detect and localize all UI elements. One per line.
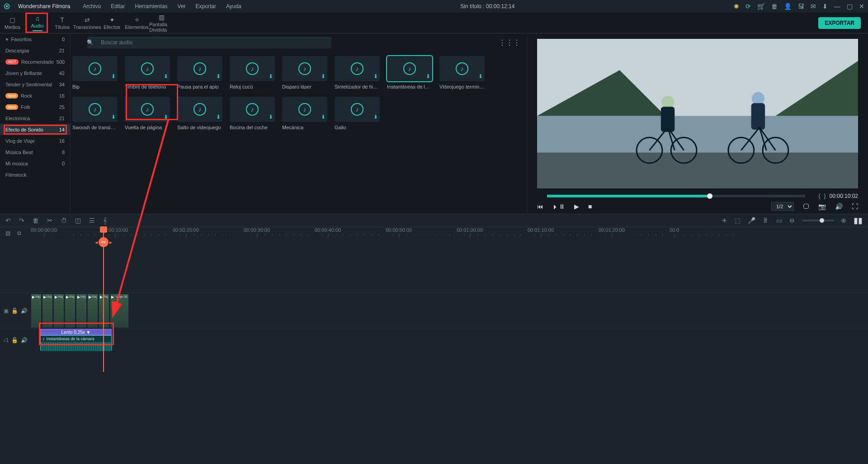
sidebar-item-joven[interactable]: Jóven y Brillante42 xyxy=(0,67,70,79)
render-icon[interactable]: ☀ xyxy=(722,217,727,224)
sidebar-item-efecto-de-sonido[interactable]: Efecto de Sonido14 xyxy=(0,124,70,135)
sidebar-item-descargas[interactable]: Descargas21 xyxy=(0,45,70,56)
cart-icon[interactable]: 🛒 xyxy=(757,3,765,10)
sidebar-item-musica-beat[interactable]: Música Beat8 xyxy=(0,146,70,158)
asset-item[interactable]: ♪⬇Gallo xyxy=(335,97,380,130)
asset-item[interactable]: ♪⬇Salto de videojuego xyxy=(177,97,222,130)
zoom-slider[interactable] xyxy=(802,220,834,221)
asset-item[interactable]: ♪⬇Timbre de teléfono xyxy=(125,56,170,89)
zoom-out-icon[interactable]: ⊖ xyxy=(789,217,795,224)
menu-ver[interactable]: Ver xyxy=(178,3,186,9)
marker-icon[interactable]: ⬚ xyxy=(735,217,741,224)
asset-item[interactable]: ♪⬇Sintetizador de histor… xyxy=(335,56,380,89)
fullscreen-icon[interactable]: ⛶ xyxy=(852,203,858,210)
download-icon[interactable]: ⬇ xyxy=(216,114,221,120)
mixer-icon[interactable]: 🎚 xyxy=(763,217,769,224)
close-icon[interactable]: ✕ xyxy=(859,3,864,10)
mute-icon[interactable]: 🔊 xyxy=(21,308,28,314)
download-icon[interactable]: ⬇ xyxy=(478,73,483,80)
lock-icon[interactable]: 🔓 xyxy=(11,308,18,314)
download-icon[interactable]: ⬇ xyxy=(321,73,326,80)
minimize-icon[interactable]: — xyxy=(834,3,840,10)
speed-icon[interactable]: ⏱ xyxy=(61,217,67,224)
account-icon[interactable]: 👤 xyxy=(784,3,792,10)
asset-item[interactable]: ♪⬇Videojuego terminado xyxy=(439,56,485,89)
sidebar-item-electronica[interactable]: Electrónica21 xyxy=(0,112,70,124)
sidebar-item-recomendado[interactable]: HOTRecomendado500 xyxy=(0,56,70,67)
search-input[interactable] xyxy=(87,37,331,48)
asset-item[interactable]: ♪⬇Reloj cucú xyxy=(230,56,275,89)
link-icon[interactable]: ⧉ xyxy=(17,230,21,236)
download-icon[interactable]: ⬇ xyxy=(269,114,273,120)
scissor-handle[interactable]: ✂ xyxy=(99,237,108,247)
mute-icon[interactable]: 🔊 xyxy=(21,337,28,343)
stop-button[interactable]: ■ xyxy=(588,203,592,210)
asset-item[interactable]: ♪⬇Pausa para el apio xyxy=(177,56,222,89)
asset-item[interactable]: ♪⬇Vuelta de página xyxy=(125,97,170,130)
save-icon[interactable]: 🖫 xyxy=(798,3,804,10)
delete-icon[interactable]: 🗑 xyxy=(33,217,39,224)
asset-item[interactable]: ♪⬇Mecánica xyxy=(282,97,327,130)
video-clip[interactable]: ▶Viaj xyxy=(76,294,87,328)
playhead[interactable] xyxy=(103,227,104,372)
export-button[interactable]: EXPORTAR xyxy=(818,17,861,29)
menu-exportar[interactable]: Exportar xyxy=(196,3,216,9)
tab-titulos[interactable]: TTítulos xyxy=(50,13,75,33)
video-clip[interactable]: ▶Viaj xyxy=(31,294,42,328)
video-clip[interactable]: ▶Viaj xyxy=(99,294,109,328)
video-track-head[interactable]: ▣ 🔓 🔊 xyxy=(0,293,31,328)
tab-transiciones[interactable]: ⇄Transiciones xyxy=(75,13,99,33)
track-manager-icon[interactable]: ▤ xyxy=(5,230,10,236)
preview-video[interactable] xyxy=(537,39,858,188)
sidebar-item-filmstock[interactable]: Filmstock xyxy=(0,169,70,180)
menu-archivo[interactable]: Archivo xyxy=(83,3,101,9)
audio-clip[interactable]: ♪Instantáneas de la cámara xyxy=(40,335,112,351)
sidebar-item-mi-musica[interactable]: Mi música0 xyxy=(0,158,70,169)
asset-item[interactable]: ♪⬇Instantáneas de la cá… xyxy=(387,56,432,89)
ruler[interactable]: 00:00:00:0000:00:10:0000:00:20:0000:00:3… xyxy=(31,227,868,245)
adjust-icon[interactable]: ☰ xyxy=(89,217,95,224)
crop-icon[interactable]: ◫ xyxy=(75,217,81,224)
download-icon[interactable]: ⬇ xyxy=(373,73,378,80)
volume-icon[interactable]: 🔊 xyxy=(835,203,843,210)
download-icon[interactable]: ⬇ xyxy=(164,73,168,80)
menu-herramientas[interactable]: Herramientas xyxy=(135,3,168,9)
sidebar-item-favoritos[interactable]: ♥Favoritos0 xyxy=(0,33,70,45)
mic-icon[interactable]: 🎤 xyxy=(748,217,755,224)
loop-end-icon[interactable]: } xyxy=(824,193,826,199)
menu-ayuda[interactable]: Ayuda xyxy=(226,3,241,9)
video-clip[interactable]: ▶Viaj xyxy=(53,294,64,328)
download-icon[interactable]: ⬇ xyxy=(373,114,378,120)
upgrade-icon[interactable]: ✺ xyxy=(734,3,739,10)
tab-efectos[interactable]: ✦Efectos xyxy=(99,13,124,33)
refresh-icon[interactable]: ⟳ xyxy=(745,3,751,10)
audio-track-head[interactable]: ♪1 🔓 🔊 xyxy=(0,329,31,351)
preview-scale-select[interactable]: 1/2 xyxy=(771,202,794,211)
download-icon[interactable]: ⬇ xyxy=(321,114,326,120)
cut-icon[interactable]: ✂ xyxy=(47,217,52,224)
loop-start-icon[interactable]: { xyxy=(819,193,821,199)
sidebar-item-vlog[interactable]: Vlog de Viaje16 xyxy=(0,135,70,146)
video-clip[interactable]: ▶Viaj xyxy=(65,294,75,328)
download-icon[interactable]: ⬇ xyxy=(111,73,116,80)
tab-audio[interactable]: ♫Audio xyxy=(25,13,50,33)
download-icon[interactable]: ⬇ xyxy=(426,73,430,80)
maximize-icon[interactable]: ▢ xyxy=(847,3,853,10)
download-icon[interactable]: ⬇ xyxy=(822,3,828,10)
redo-icon[interactable]: ↷ xyxy=(19,217,24,224)
video-clip[interactable]: ▶Viaj xyxy=(42,294,53,328)
mail-icon[interactable]: ✉ xyxy=(811,3,816,10)
download-icon[interactable]: ⬇ xyxy=(164,114,168,120)
step-button[interactable]: ⏵⏸ xyxy=(552,203,565,210)
sidebar-item-rock[interactable]: NewRock16 xyxy=(0,90,70,101)
asset-item[interactable]: ♪⬇Bip xyxy=(72,56,118,89)
menu-editar[interactable]: Editar xyxy=(111,3,125,9)
timeline[interactable]: ▤ ⧉ 00:00:00:0000:00:10:0000:00:20:0000:… xyxy=(0,227,868,464)
tab-elementos[interactable]: ✧Elementos xyxy=(124,13,149,33)
display-icon[interactable]: 🖵 xyxy=(803,203,809,210)
sidebar-item-tender[interactable]: Tender y Sentimental34 xyxy=(0,79,70,90)
speed-bar[interactable]: Lento 0.25x ▼ xyxy=(40,329,112,335)
pause-scroll-icon[interactable]: ▮▮ xyxy=(854,216,863,225)
prev-frame-button[interactable]: ⏮ xyxy=(537,203,543,210)
asset-item[interactable]: ♪⬇Swoosh de transición xyxy=(72,97,118,130)
